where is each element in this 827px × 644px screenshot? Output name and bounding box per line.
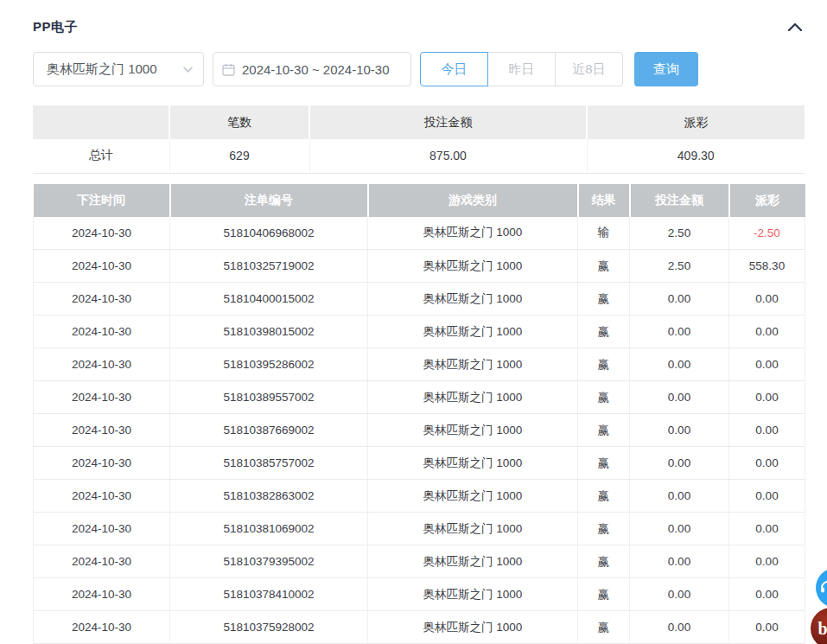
cell-result: 赢	[578, 348, 630, 381]
cell-game-category: 奥林匹斯之门 1000	[368, 513, 578, 545]
cell-bet-amount: 0.00	[630, 545, 729, 578]
cell-bet-time: 2024-10-30	[34, 545, 170, 578]
panel-header: PP电子	[33, 17, 805, 36]
cell-bet-time: 2024-10-30	[34, 611, 170, 644]
summary-total-row: 总计 629 875.00 409.30	[33, 139, 805, 173]
cell-bet-id: 51810379395002	[170, 545, 368, 578]
cell-bet-id: 51810389557002	[170, 381, 368, 414]
cell-game-category: 奥林匹斯之门 1000	[368, 348, 578, 381]
cell-bet-time: 2024-10-30	[34, 447, 170, 480]
cell-result: 赢	[578, 480, 630, 513]
today-button[interactable]: 今日	[420, 52, 488, 86]
cell-result: 赢	[578, 545, 630, 578]
records-col-bet-id: 注单编号	[170, 184, 368, 217]
table-row[interactable]: 2024-10-30 51810379395002 奥林匹斯之门 1000 赢 …	[34, 545, 805, 578]
cell-payout: 0.00	[729, 348, 805, 381]
cell-bet-time: 2024-10-30	[34, 381, 170, 414]
cell-bet-id: 51810385757002	[170, 447, 368, 480]
cell-bet-time: 2024-10-30	[34, 250, 170, 283]
cell-bet-time: 2024-10-30	[34, 578, 170, 611]
cell-bet-amount: 0.00	[630, 316, 729, 348]
cell-bet-id: 51810406968002	[170, 217, 368, 250]
cell-bet-time: 2024-10-30	[34, 480, 170, 513]
cell-bet-time: 2024-10-30	[34, 283, 170, 316]
summary-total-bet-amount: 875.00	[309, 139, 587, 173]
cell-bet-id: 51810381069002	[170, 513, 368, 545]
cell-game-category: 奥林匹斯之门 1000	[368, 414, 578, 447]
cell-bet-amount: 0.00	[630, 480, 729, 513]
cell-payout: 0.00	[729, 316, 805, 348]
last-8-days-button[interactable]: 近8日	[555, 52, 623, 86]
cell-game-category: 奥林匹斯之门 1000	[368, 316, 578, 348]
cell-bet-amount: 0.00	[630, 611, 729, 644]
summary-total-label: 总计	[33, 139, 169, 173]
cell-bet-amount: 0.00	[630, 348, 729, 381]
cell-bet-id: 51810375928002	[170, 611, 368, 644]
cell-result: 赢	[578, 283, 630, 316]
quick-date-buttons: 今日 昨日 近8日	[420, 52, 623, 86]
cell-result: 赢	[578, 250, 630, 283]
records-col-bet-amount: 投注金额	[630, 184, 729, 217]
table-row[interactable]: 2024-10-30 51810406968002 奥林匹斯之门 1000 输 …	[34, 217, 805, 250]
table-row[interactable]: 2024-10-30 51810387669002 奥林匹斯之门 1000 赢 …	[34, 414, 805, 447]
search-button[interactable]: 查询	[634, 52, 698, 86]
table-row[interactable]: 2024-10-30 51810378410002 奥林匹斯之门 1000 赢 …	[34, 578, 805, 611]
table-row[interactable]: 2024-10-30 51810400015002 奥林匹斯之门 1000 赢 …	[34, 283, 805, 316]
headset-icon	[819, 579, 827, 596]
cell-game-category: 奥林匹斯之门 1000	[368, 447, 578, 480]
cell-game-category: 奥林匹斯之门 1000	[368, 611, 578, 644]
cell-bet-amount: 0.00	[630, 578, 729, 611]
cell-bet-id: 51810387669002	[170, 414, 368, 447]
cell-payout: 0.00	[729, 578, 805, 611]
date-range-picker[interactable]: 2024-10-30 ~ 2024-10-30	[213, 52, 411, 86]
summary-col-count: 笔数	[169, 105, 309, 139]
cell-bet-id: 51810398015002	[170, 316, 368, 348]
table-row[interactable]: 2024-10-30 51810398015002 奥林匹斯之门 1000 赢 …	[34, 316, 805, 348]
table-row[interactable]: 2024-10-30 51810395286002 奥林匹斯之门 1000 赢 …	[34, 348, 805, 381]
table-row[interactable]: 2024-10-30 51810325719002 奥林匹斯之门 1000 赢 …	[34, 250, 805, 283]
panel-title: PP电子	[33, 19, 78, 35]
cell-bet-time: 2024-10-30	[34, 513, 170, 545]
game-select[interactable]: 奥林匹斯之门 1000	[33, 52, 204, 86]
cell-result: 赢	[578, 513, 630, 545]
cell-result: 输	[578, 217, 630, 250]
cell-bet-amount: 2.50	[630, 250, 729, 283]
cell-bet-amount: 0.00	[630, 414, 729, 447]
collapse-panel-button[interactable]	[786, 17, 805, 36]
betting-records-panel: PP电子 奥林匹斯之门 1000 2024-10-30 ~	[0, 0, 827, 644]
cell-game-category: 奥林匹斯之门 1000	[368, 250, 578, 283]
cell-payout: 558.30	[729, 250, 805, 283]
table-row[interactable]: 2024-10-30 51810382863002 奥林匹斯之门 1000 赢 …	[34, 480, 805, 513]
cell-game-category: 奥林匹斯之门 1000	[368, 217, 578, 250]
summary-total-payout: 409.30	[587, 139, 805, 173]
cell-game-category: 奥林匹斯之门 1000	[368, 381, 578, 414]
table-row[interactable]: 2024-10-30 51810375928002 奥林匹斯之门 1000 赢 …	[34, 611, 805, 644]
game-select-value: 奥林匹斯之门 1000	[47, 61, 157, 78]
filter-row: 奥林匹斯之门 1000 2024-10-30 ~ 2024-10-30 今日 昨…	[33, 52, 805, 86]
cell-bet-id: 51810325719002	[170, 250, 368, 283]
cell-payout: 0.00	[729, 611, 805, 644]
date-range-value: 2024-10-30 ~ 2024-10-30	[242, 62, 390, 77]
cell-bet-amount: 0.00	[630, 447, 729, 480]
cell-bet-amount: 0.00	[630, 381, 729, 414]
table-row[interactable]: 2024-10-30 51810389557002 奥林匹斯之门 1000 赢 …	[34, 381, 805, 414]
table-row[interactable]: 2024-10-30 51810385757002 奥林匹斯之门 1000 赢 …	[34, 447, 805, 480]
brand-letter: b	[817, 619, 827, 639]
cell-bet-id: 51810395286002	[170, 348, 368, 381]
cell-bet-amount: 2.50	[630, 217, 729, 250]
cell-payout: 0.00	[729, 283, 805, 316]
records-header-row: 下注时间 注单编号 游戏类别 结果 投注金额 派彩	[34, 184, 805, 217]
cell-game-category: 奥林匹斯之门 1000	[368, 283, 578, 316]
cell-result: 赢	[578, 381, 630, 414]
cell-bet-time: 2024-10-30	[34, 348, 170, 381]
summary-table: 笔数 投注金额 派彩 总计 629 875.00 409.30	[33, 105, 805, 174]
records-table: 下注时间 注单编号 游戏类别 结果 投注金额 派彩 2024-10-30 518…	[33, 184, 805, 644]
cell-bet-id: 51810382863002	[170, 480, 368, 513]
table-row[interactable]: 2024-10-30 51810381069002 奥林匹斯之门 1000 赢 …	[34, 513, 805, 545]
cell-bet-amount: 0.00	[630, 283, 729, 316]
yesterday-button[interactable]: 昨日	[487, 52, 556, 86]
chevron-down-icon	[183, 67, 193, 73]
calendar-icon	[222, 63, 235, 76]
cell-bet-time: 2024-10-30	[34, 414, 170, 447]
records-body: 2024-10-30 51810406968002 奥林匹斯之门 1000 输 …	[34, 217, 805, 644]
